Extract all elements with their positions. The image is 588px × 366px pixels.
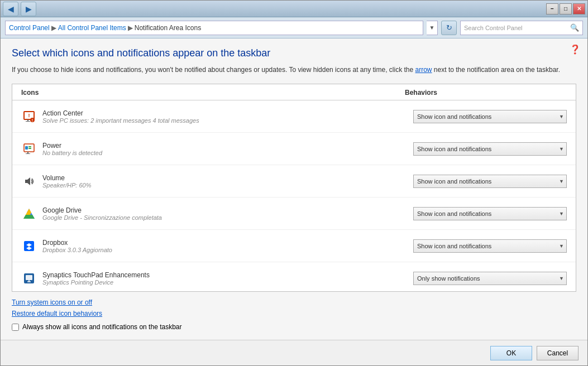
title-bar: ◀ ▶ − □ ✕ — [1, 1, 587, 17]
forward-button[interactable]: ▶ — [21, 2, 36, 16]
breadcrumb-dropdown[interactable]: ▼ — [427, 21, 438, 35]
footer: OK Cancel — [1, 340, 587, 365]
dropbox-icon — [21, 238, 37, 254]
synaptics-icon — [21, 271, 37, 286]
volume-text: Volume Speaker/HP: 60% — [42, 174, 91, 189]
svg-marker-12 — [25, 177, 30, 185]
power-name: Power — [42, 142, 102, 150]
breadcrumb-control-panel[interactable]: Control Panel — [9, 24, 50, 32]
col-header-behaviors: Behaviors — [405, 89, 567, 97]
search-icon: 🔍 — [570, 23, 579, 32]
table-row: Google Drive Google Drive - Sincronizzaz… — [12, 198, 576, 230]
table-row: Volume Speaker/HP: 60% Show icon and not… — [12, 165, 576, 198]
refresh-button[interactable]: ↻ — [441, 21, 457, 35]
search-bar[interactable]: Search Control Panel 🔍 — [460, 21, 583, 35]
close-button[interactable]: ✕ — [573, 3, 585, 15]
google-drive-behavior-select[interactable]: Show icon and notifications Hide icon an… — [413, 207, 567, 220]
column-headers: Icons Behaviors — [12, 84, 576, 100]
icon-info-volume: Volume Speaker/HP: 60% — [21, 174, 413, 189]
dropbox-text: Dropbox Dropbox 3.0.3 Aggiornato — [42, 239, 112, 253]
action-center-icon: ! ! — [21, 109, 37, 124]
power-icon — [21, 141, 37, 157]
volume-icon — [21, 174, 37, 189]
google-drive-behavior-wrapper[interactable]: Show icon and notifications Hide icon an… — [413, 207, 567, 220]
table-row: Synaptics TouchPad Enhancements Synaptic… — [12, 262, 576, 291]
icon-info-action-center: ! ! Action Center Solve PC issues: 2 imp… — [21, 109, 413, 124]
help-button[interactable]: ❓ — [570, 44, 582, 56]
svg-marker-16 — [23, 215, 35, 219]
maximize-button[interactable]: □ — [560, 3, 572, 15]
address-bar: Control Panel ▶ All Control Panel Items … — [1, 17, 587, 38]
synaptics-behavior-wrapper[interactable]: Show icon and notifications Hide icon an… — [413, 272, 567, 285]
power-desc: No battery is detected — [42, 150, 102, 156]
icon-info-dropbox: Dropbox Dropbox 3.0.3 Aggiornato — [21, 238, 413, 254]
svg-rect-28 — [26, 275, 32, 280]
synaptics-desc: Synaptics Pointing Device — [42, 279, 150, 286]
restore-defaults-link[interactable]: Restore default icon behaviors — [12, 310, 576, 317]
cancel-button[interactable]: Cancel — [537, 346, 579, 360]
breadcrumb-all-items[interactable]: All Control Panel Items — [58, 24, 126, 32]
always-show-checkbox-row: Always show all icons and notifications … — [12, 323, 576, 331]
icon-info-power: Power No battery is detected — [21, 141, 413, 157]
icon-info-google-drive: Google Drive Google Drive - Sincronizzaz… — [21, 206, 413, 221]
title-bar-controls: − □ ✕ — [546, 3, 585, 15]
action-center-desc: Solve PC issues: 2 important messages 4 … — [42, 117, 199, 124]
col-header-icons: Icons — [21, 89, 405, 97]
synaptics-text: Synaptics TouchPad Enhancements Synaptic… — [42, 271, 150, 286]
breadcrumb-sep-2: ▶ — [128, 24, 133, 32]
action-center-name: Action Center — [42, 109, 199, 117]
synaptics-name: Synaptics TouchPad Enhancements — [42, 271, 150, 279]
synaptics-behavior-select[interactable]: Show icon and notifications Hide icon an… — [413, 272, 567, 285]
always-show-label[interactable]: Always show all icons and notifications … — [22, 323, 182, 331]
svg-rect-9 — [25, 146, 28, 150]
system-icons-link[interactable]: Turn system icons on or off — [12, 298, 576, 306]
dropbox-behavior-select[interactable]: Show icon and notifications Hide icon an… — [413, 239, 567, 253]
icons-panel: Icons Behaviors ! ! — [12, 84, 576, 292]
bottom-links: Turn system icons on or off Restore defa… — [12, 298, 576, 331]
table-row: Dropbox Dropbox 3.0.3 Aggiornato Show ic… — [12, 230, 576, 262]
dropbox-desc: Dropbox 3.0.3 Aggiornato — [42, 247, 112, 253]
icon-info-synaptics: Synaptics TouchPad Enhancements Synaptic… — [21, 271, 413, 286]
content-area: ❓ Select which icons and notifications a… — [1, 38, 587, 340]
svg-text:!: ! — [32, 118, 33, 122]
dropbox-behavior-wrapper[interactable]: Show icon and notifications Hide icon an… — [413, 239, 567, 253]
main-window: ◀ ▶ − □ ✕ Control Panel ▶ All Control Pa… — [0, 0, 588, 366]
arrow-link[interactable]: arrow — [415, 66, 432, 74]
svg-rect-10 — [28, 146, 31, 147]
volume-behavior-wrapper[interactable]: Show icon and notifications Hide icon an… — [413, 175, 567, 188]
breadcrumb-current: Notification Area Icons — [135, 24, 201, 32]
svg-rect-2 — [26, 121, 30, 122]
breadcrumb-sep-1: ▶ — [51, 24, 56, 32]
breadcrumb-bar: Control Panel ▶ All Control Panel Items … — [5, 21, 423, 35]
description-text: If you choose to hide icons and notifica… — [12, 65, 576, 75]
svg-rect-8 — [26, 153, 30, 154]
google-drive-desc: Google Drive - Sincronizzazione completa… — [42, 214, 162, 221]
svg-rect-1 — [27, 119, 28, 121]
always-show-checkbox[interactable] — [12, 324, 19, 331]
action-center-behavior-wrapper[interactable]: Show icon and notifications Hide icon an… — [413, 110, 567, 123]
google-drive-name: Google Drive — [42, 206, 162, 214]
page-title: Select which icons and notifications app… — [12, 47, 576, 59]
volume-desc: Speaker/HP: 60% — [42, 182, 91, 189]
power-behavior-wrapper[interactable]: Show icon and notifications Hide icon an… — [413, 142, 567, 156]
google-drive-icon — [21, 206, 37, 221]
search-placeholder-text: Search Control Panel — [464, 25, 523, 31]
panel-scroll-area[interactable]: Icons Behaviors ! ! — [12, 84, 576, 291]
back-button[interactable]: ◀ — [3, 2, 18, 16]
svg-rect-11 — [28, 148, 31, 149]
volume-name: Volume — [42, 174, 91, 182]
google-drive-text: Google Drive Google Drive - Sincronizzaz… — [42, 206, 162, 221]
action-center-behavior-select[interactable]: Show icon and notifications Hide icon an… — [413, 110, 567, 123]
minimize-button[interactable]: − — [546, 3, 558, 15]
action-center-text: Action Center Solve PC issues: 2 importa… — [42, 109, 199, 124]
ok-button[interactable]: OK — [490, 346, 532, 360]
power-behavior-select[interactable]: Show icon and notifications Hide icon an… — [413, 142, 567, 156]
svg-rect-7 — [27, 152, 28, 153]
table-row: ! ! Action Center Solve PC issues: 2 imp… — [12, 100, 576, 133]
dropbox-name: Dropbox — [42, 239, 112, 247]
table-row: Power No battery is detected Show icon a… — [12, 133, 576, 165]
volume-behavior-select[interactable]: Show icon and notifications Hide icon an… — [413, 175, 567, 188]
svg-text:!: ! — [28, 113, 30, 118]
title-bar-left: ◀ ▶ — [3, 2, 36, 16]
power-text: Power No battery is detected — [42, 142, 102, 156]
